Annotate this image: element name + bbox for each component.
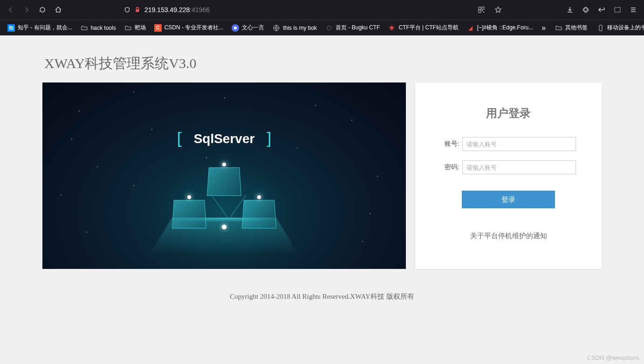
- mobile-bookmarks[interactable]: 移动设备上的书签: [593, 22, 644, 34]
- extensions-icon[interactable]: [579, 3, 593, 17]
- nav-icons-right: [563, 3, 640, 17]
- bookmarks-overflow[interactable]: »: [538, 22, 549, 34]
- forward-button[interactable]: [20, 3, 34, 17]
- hero-platform: [136, 162, 313, 255]
- nav-icons-left: [4, 3, 65, 17]
- login-title: 用户登录: [441, 106, 576, 121]
- bookmarks-right: » 其他书签 移动设备上的书签: [538, 22, 644, 34]
- bookmark-label: this is my bok: [283, 25, 317, 31]
- login-panel: 用户登录 账号: 密码: 登录 关于平台停机维护的通知: [415, 82, 602, 269]
- bookmark-label: 知乎 - 有问题，就会...: [18, 24, 72, 32]
- bookmark-hacktools[interactable]: hack tools: [77, 22, 120, 34]
- bookmark-bok[interactable]: this is my bok: [269, 22, 321, 34]
- bookmark-range[interactable]: 靶场: [121, 22, 150, 34]
- csdn-icon: C: [154, 24, 162, 32]
- globe-icon: [273, 24, 280, 32]
- main-area: [ SqlServer ] 用户登录 账号: 密码:: [42, 82, 602, 269]
- bookmark-label: 其他书签: [565, 24, 588, 32]
- container: XWAY科技管理系统V3.0 [ SqlServer ]: [42, 54, 602, 269]
- menu-icon[interactable]: [626, 3, 640, 17]
- bookmark-ctf[interactable]: 🕷 CTF平台 | CTF站点导航: [384, 22, 462, 34]
- nav-bar: 219.153.49.228:41966: [0, 0, 644, 20]
- bookmark-label: 靶场: [135, 24, 146, 32]
- page-title: XWAY科技管理系统V3.0: [42, 54, 602, 73]
- bracket-right-icon: ]: [264, 129, 274, 148]
- svg-point-8: [234, 27, 237, 29]
- back-arrow-icon[interactable]: [595, 3, 609, 17]
- svg-rect-2: [479, 7, 481, 9]
- ctf-icon: 🕷: [388, 24, 396, 32]
- hero-text: SqlServer: [194, 131, 255, 146]
- password-row: 密码:: [441, 160, 576, 174]
- bookmark-star-icon[interactable]: [491, 3, 505, 17]
- bracket-left-icon: [: [174, 129, 185, 148]
- hero-image: [ SqlServer ]: [42, 82, 406, 269]
- bookmark-label: 文心一言: [242, 24, 264, 32]
- account-row: 账号:: [441, 137, 576, 151]
- bookmark-label: hack tools: [91, 25, 116, 31]
- bookmark-zhihu[interactable]: 知 知乎 - 有问题，就会...: [4, 22, 76, 34]
- account-label: 账号:: [441, 140, 459, 148]
- url-bar[interactable]: 219.153.49.228:41966: [120, 2, 509, 17]
- other-bookmarks[interactable]: 其他书签: [551, 22, 591, 34]
- shield-icon: [124, 7, 130, 13]
- home-button[interactable]: [51, 3, 65, 17]
- bookmarks-bar: 知 知乎 - 有问题，就会... hack tools 靶场 C CSDN - …: [0, 20, 644, 35]
- svg-rect-4: [479, 10, 481, 13]
- bookmark-edge[interactable]: ◢ [~]#棱角 ::Edge.Foru...: [463, 22, 537, 34]
- folder-icon: [124, 24, 132, 32]
- qr-icon[interactable]: [474, 3, 488, 17]
- svg-rect-6: [483, 12, 484, 13]
- svg-rect-10: [599, 25, 602, 31]
- mobile-icon: [597, 24, 604, 32]
- bookmark-label: CSDN - 专业开发者社...: [164, 24, 224, 32]
- svg-rect-7: [615, 7, 620, 12]
- browser-chrome: 219.153.49.228:41966 知 知乎 - 有问题，就会... ha…: [0, 0, 644, 35]
- bookmark-label: 首页 - Bugku CTF: [336, 24, 380, 32]
- hero-title: [ SqlServer ]: [174, 129, 274, 148]
- folder-icon: [81, 24, 88, 32]
- insecure-lock-icon: [134, 7, 141, 13]
- url-text: 219.153.49.228:41966: [144, 6, 425, 14]
- password-input[interactable]: [462, 160, 576, 174]
- downloads-icon[interactable]: [563, 3, 577, 17]
- bugku-icon: ⬡: [325, 24, 333, 32]
- account-input[interactable]: [462, 137, 576, 151]
- bookmark-ernie[interactable]: 文心一言: [228, 22, 268, 34]
- bookmark-csdn[interactable]: C CSDN - 专业开发者社...: [151, 22, 227, 34]
- password-label: 密码:: [441, 163, 459, 172]
- page-footer: Copyright 2014-2018 All Rights Reserved.…: [0, 292, 644, 301]
- svg-rect-5: [482, 10, 483, 11]
- bookmark-label: CTF平台 | CTF站点导航: [398, 24, 458, 32]
- page-content: XWAY科技管理系统V3.0 [ SqlServer ]: [0, 35, 644, 301]
- zhihu-icon: 知: [7, 24, 15, 32]
- login-button[interactable]: 登录: [462, 191, 555, 208]
- bookmark-label: [~]#棱角 ::Edge.Foru...: [477, 24, 533, 32]
- watermark: CSDN @weoptions: [587, 354, 639, 361]
- maintenance-notice-link[interactable]: 关于平台停机维护的通知: [441, 232, 576, 240]
- screenshot-icon[interactable]: [610, 3, 624, 17]
- bookmark-label: 移动设备上的书签: [607, 24, 644, 32]
- edge-icon: ◢: [467, 24, 474, 32]
- reload-button[interactable]: [35, 3, 49, 17]
- back-button[interactable]: [4, 3, 18, 17]
- svg-rect-3: [482, 7, 484, 9]
- folder-icon: [555, 24, 562, 32]
- bookmark-bugku[interactable]: ⬡ 首页 - Bugku CTF: [322, 22, 384, 34]
- ernie-icon: [232, 24, 239, 32]
- url-right-icons: [474, 3, 505, 17]
